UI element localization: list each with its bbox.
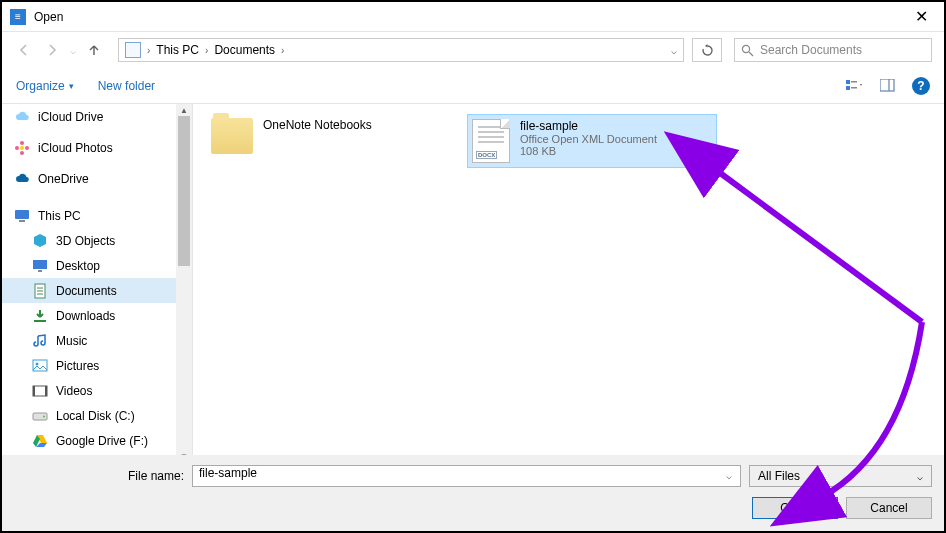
file-type: Office Open XML Document: [520, 133, 657, 145]
new-folder-button[interactable]: New folder: [98, 79, 155, 93]
file-list[interactable]: OneNote Notebooks DOCX file-sample Offic…: [193, 104, 944, 462]
flower-icon: [14, 140, 30, 156]
video-icon: [32, 383, 48, 399]
music-icon: [32, 333, 48, 349]
scrollbar[interactable]: ▲ ▼: [176, 104, 192, 462]
chevron-down-icon[interactable]: ⌵: [726, 470, 732, 481]
document-icon: DOCX: [472, 119, 510, 163]
close-button[interactable]: ✕: [907, 7, 936, 26]
organize-button[interactable]: Organize ▾: [16, 79, 74, 93]
sidebar-item-icloud-photos[interactable]: iCloud Photos: [2, 135, 192, 160]
svg-rect-16: [38, 270, 42, 272]
sidebar-item-pictures[interactable]: Pictures: [2, 353, 192, 378]
sidebar-item-label: Desktop: [56, 259, 100, 273]
sidebar-item-videos[interactable]: Videos: [2, 378, 192, 403]
sidebar-item-label: iCloud Photos: [38, 141, 113, 155]
scroll-thumb[interactable]: [178, 116, 190, 266]
svg-rect-3: [851, 81, 857, 83]
bottom-bar: File name: file-sample ⌵ All Files ⌵ Ope…: [2, 455, 944, 531]
file-size: 108 KB: [520, 145, 657, 157]
sidebar-item-label: Local Disk (C:): [56, 409, 135, 423]
folder-item[interactable]: OneNote Notebooks: [207, 114, 457, 158]
search-placeholder: Search Documents: [760, 43, 862, 57]
svg-point-28: [43, 415, 45, 417]
view-mode-button[interactable]: [844, 77, 866, 95]
sidebar-item-label: Pictures: [56, 359, 99, 373]
doc-icon: [32, 283, 48, 299]
scroll-up-icon[interactable]: ▲: [176, 104, 192, 116]
title-bar: ≡ Open ✕: [2, 2, 944, 32]
svg-rect-13: [15, 210, 29, 219]
sidebar-item-label: iCloud Drive: [38, 110, 103, 124]
forward-button[interactable]: [42, 40, 62, 60]
chevron-right-icon: ›: [147, 45, 150, 56]
chevron-down-icon: ▾: [69, 81, 74, 91]
sidebar-item-desktop[interactable]: Desktop: [2, 253, 192, 278]
svg-point-0: [742, 45, 749, 52]
sidebar-item-label: Videos: [56, 384, 92, 398]
svg-point-12: [25, 146, 29, 150]
sidebar-item-this-pc[interactable]: This PC: [2, 203, 192, 228]
svg-rect-21: [34, 320, 46, 322]
sidebar-item-music[interactable]: Music: [2, 328, 192, 353]
refresh-button[interactable]: [692, 38, 722, 62]
location-icon: [125, 42, 141, 58]
nav-bar: ⌵ › This PC › Documents › ⌵ Search Docum…: [2, 32, 944, 68]
window-title: Open: [34, 10, 63, 24]
address-bar[interactable]: › This PC › Documents › ⌵: [118, 38, 684, 62]
sidebar-item-3d-objects[interactable]: 3D Objects: [2, 228, 192, 253]
sidebar-item-icloud-drive[interactable]: iCloud Drive: [2, 104, 192, 129]
gdrive-icon: [32, 433, 48, 449]
chevron-right-icon: ›: [205, 45, 208, 56]
up-button[interactable]: [84, 40, 104, 60]
svg-point-11: [15, 146, 19, 150]
file-name: file-sample: [520, 119, 657, 133]
svg-rect-4: [846, 86, 850, 90]
filename-input[interactable]: file-sample ⌵: [192, 465, 741, 487]
svg-point-9: [20, 141, 24, 145]
chevron-down-icon[interactable]: ⌵: [671, 45, 677, 56]
cloud-icon: [14, 109, 30, 125]
picture-icon: [32, 358, 48, 374]
sidebar-item-documents[interactable]: Documents: [2, 278, 192, 303]
recent-chevron-icon[interactable]: ⌵: [70, 45, 76, 56]
breadcrumb-root[interactable]: This PC: [156, 43, 199, 57]
sidebar-item-label: This PC: [38, 209, 81, 223]
sidebar-item-downloads[interactable]: Downloads: [2, 303, 192, 328]
svg-rect-15: [33, 260, 47, 269]
breadcrumb-current[interactable]: Documents: [214, 43, 275, 57]
svg-line-1: [749, 52, 753, 56]
search-input[interactable]: Search Documents: [734, 38, 932, 62]
toolbar: Organize ▾ New folder ?: [2, 68, 944, 104]
cube-icon: [32, 233, 48, 249]
preview-pane-button[interactable]: [878, 77, 900, 95]
file-item-selected[interactable]: DOCX file-sample Office Open XML Documen…: [467, 114, 717, 168]
filter-label: All Files: [758, 469, 800, 483]
svg-rect-14: [19, 220, 25, 222]
open-button[interactable]: Open: [752, 497, 838, 519]
help-button[interactable]: ?: [912, 77, 930, 95]
folder-icon: [211, 118, 253, 154]
filetype-select[interactable]: All Files ⌵: [749, 465, 932, 487]
sidebar-item-label: Downloads: [56, 309, 115, 323]
svg-rect-26: [45, 386, 47, 396]
doc-badge: DOCX: [476, 151, 497, 159]
open-label: Open: [780, 501, 809, 515]
organize-label: Organize: [16, 79, 65, 93]
chevron-right-icon: ›: [281, 45, 284, 56]
monitor-icon: [14, 208, 30, 224]
filename-value: file-sample: [199, 466, 257, 480]
sidebar-item-google-drive-f-[interactable]: Google Drive (F:): [2, 428, 192, 453]
sidebar-item-local-disk-c-[interactable]: Local Disk (C:): [2, 403, 192, 428]
cancel-button[interactable]: Cancel: [846, 497, 932, 519]
svg-rect-25: [33, 386, 35, 396]
sidebar-item-onedrive[interactable]: OneDrive: [2, 166, 192, 191]
svg-point-23: [36, 362, 39, 365]
svg-rect-24: [33, 386, 47, 396]
svg-rect-6: [880, 79, 894, 91]
download-icon: [32, 308, 48, 324]
back-button[interactable]: [14, 40, 34, 60]
chevron-down-icon: ⌵: [917, 471, 923, 482]
svg-rect-5: [851, 87, 857, 89]
folder-name: OneNote Notebooks: [263, 118, 372, 132]
